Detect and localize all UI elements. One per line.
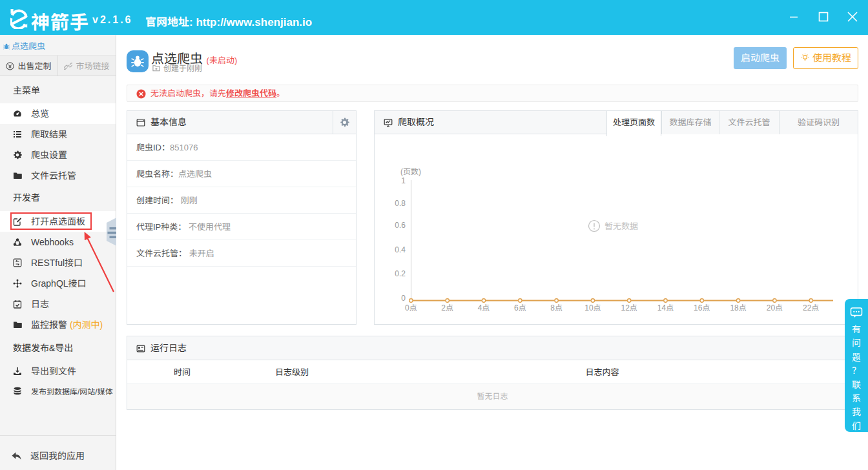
svg-text:(页数): (页数) <box>400 167 421 176</box>
svg-text:12点: 12点 <box>621 303 637 312</box>
svg-text:0.2: 0.2 <box>395 269 406 278</box>
svg-text:2点: 2点 <box>441 303 453 312</box>
svg-text:10点: 10点 <box>584 303 601 312</box>
svg-text:0.4: 0.4 <box>395 245 406 254</box>
svg-text:0: 0 <box>401 294 406 303</box>
svg-text:20点: 20点 <box>767 303 783 312</box>
svg-text:1: 1 <box>401 176 406 185</box>
svg-text:0点: 0点 <box>405 303 417 312</box>
svg-text:18点: 18点 <box>730 303 746 312</box>
svg-text:4点: 4点 <box>478 303 490 312</box>
svg-text:6点: 6点 <box>514 303 526 312</box>
svg-text:暂无数据: 暂无数据 <box>604 221 638 231</box>
svg-text:0.8: 0.8 <box>395 199 406 208</box>
svg-text:22点: 22点 <box>803 303 819 312</box>
svg-text:14点: 14点 <box>657 303 674 312</box>
svg-text:0.6: 0.6 <box>395 221 406 230</box>
svg-text:16点: 16点 <box>694 303 710 312</box>
svg-text:8点: 8点 <box>550 303 563 312</box>
